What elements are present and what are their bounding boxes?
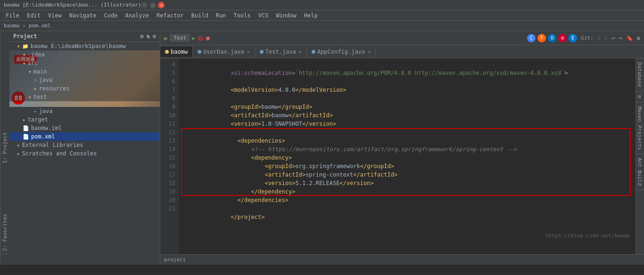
- git-label: Git:: [581, 35, 594, 41]
- tab-label-baomw: baomw: [171, 49, 188, 55]
- minimize-button[interactable]: ─: [141, 2, 148, 8]
- tab-label-test: Test.java: [265, 49, 296, 55]
- expand-icon-resources: ▸: [34, 86, 37, 92]
- status-bar: project: [160, 254, 644, 265]
- maven-projects-label[interactable]: Maven Projects: [636, 103, 644, 154]
- maven-m-label[interactable]: m: [636, 91, 644, 103]
- expand-icon: ▾: [17, 43, 20, 49]
- gear-icon[interactable]: ⚙: [153, 33, 156, 40]
- tab-userdao[interactable]: UserDao.java ✕: [193, 47, 255, 57]
- left-panel: 1: Project Project ⚙ ⇅ ⚙ ▾ 📁 baomw E:\id…: [0, 31, 160, 265]
- tree-label-baomw: baomw E:\ideaWorkSpace\baomw: [31, 43, 126, 49]
- project-header: Project ⚙ ⇅ ⚙: [9, 31, 160, 42]
- tree-label-target: target: [28, 116, 48, 123]
- iml-icon: 📄: [23, 125, 29, 131]
- settings-icon2[interactable]: ⚙: [637, 35, 640, 41]
- code-line-21: </project>: [183, 204, 640, 213]
- tree-item-baomw[interactable]: ▾ 📁 baomw E:\ideaWorkSpace\baomw: [9, 42, 160, 50]
- menu-vcs[interactable]: VCS: [255, 11, 272, 20]
- menu-file[interactable]: File: [2, 11, 23, 20]
- expand-icon-idea: ▾: [23, 52, 26, 58]
- tree-label-test: test: [33, 94, 47, 100]
- sort-icon[interactable]: ⇅: [147, 33, 150, 40]
- menu-analyze[interactable]: Analyze: [121, 11, 153, 20]
- git-check1[interactable]: ✓: [597, 35, 601, 41]
- code-line-4: xsi:schemaLocation=`http://maven.apache.…: [183, 60, 640, 69]
- toolbar-left: ▶ Test ▶ 🐞 ■: [164, 34, 209, 42]
- tab-close-userdao[interactable]: ✕: [247, 49, 250, 54]
- git-check2[interactable]: ✓: [604, 35, 608, 41]
- edge-icon[interactable]: E: [569, 34, 577, 42]
- undo-button[interactable]: ↩: [611, 35, 615, 41]
- tab-close-appconfig[interactable]: ✕: [368, 49, 371, 54]
- title-bar: baomw [E:\ideaWorkSpace\bao... (Illustra…: [0, 0, 644, 10]
- tree-item-src[interactable]: ▾ src: [9, 59, 160, 67]
- path-bar: baomw › pom.xml: [0, 21, 644, 31]
- maximize-button[interactable]: □: [149, 2, 156, 8]
- tree-item-test[interactable]: ▾ test: [9, 93, 160, 101]
- stop-icon[interactable]: ■: [206, 35, 209, 41]
- tab-dot-userdao: [198, 50, 201, 54]
- run-button[interactable]: ▶: [192, 35, 195, 41]
- editor-toolbar: ▶ Test ▶ 🐞 ■ C F O e E Git: ✓ ✓ ↩ ↪: [160, 31, 644, 45]
- menu-refactor[interactable]: Refactor: [153, 11, 188, 20]
- folder-icon: 📁: [22, 43, 29, 49]
- chrome-icon[interactable]: C: [527, 34, 536, 42]
- menu-navigate[interactable]: Navigate: [66, 11, 100, 20]
- toolbar-right: C F O e E Git: ✓ ✓ ↩ ↪ 🔖 ⚙: [527, 34, 640, 42]
- tab-baomw[interactable]: baomw: [160, 47, 193, 57]
- settings-icon[interactable]: ⚙: [140, 33, 143, 40]
- tree-item-scratches[interactable]: ▸ Scratches and Consoles: [9, 149, 160, 158]
- tree-item-resources[interactable]: ▸ resources: [9, 84, 160, 93]
- project-tree-content: Project ⚙ ⇅ ⚙ ▾ 📁 baomw E:\ideaWorkSpace…: [9, 31, 160, 265]
- expand-icon-src: ▾: [23, 60, 26, 66]
- tree-item-external-libraries[interactable]: ▸ External Libraries: [9, 141, 160, 149]
- project-header-label: Project: [13, 33, 37, 40]
- code-editor[interactable]: xsi:schemaLocation=`http://maven.apache.…: [179, 58, 644, 254]
- tab-test[interactable]: Test.java ✕: [255, 47, 307, 57]
- line-numbers: 4 5 6 7 8 9 10 11 12 13 14 15 16 17 18 1…: [160, 58, 179, 254]
- menu-build[interactable]: Build: [188, 11, 212, 20]
- menu-tools[interactable]: Tools: [230, 11, 255, 20]
- menu-view[interactable]: View: [44, 11, 66, 20]
- tree-item-java2[interactable]: ▸ java: [9, 107, 160, 115]
- tab-dot-baomw: [165, 50, 169, 54]
- tab-close-test[interactable]: ✕: [299, 49, 302, 54]
- menu-edit[interactable]: Edit: [23, 11, 44, 20]
- menu-code[interactable]: Code: [100, 11, 122, 20]
- tab-appconfig[interactable]: AppConfig.java ✕: [307, 47, 376, 57]
- window-controls: ─ □ ✕: [141, 2, 165, 8]
- right-vert-panels: Database m Maven Projects Ant Build: [636, 58, 644, 254]
- tree-item-iml[interactable]: 📄 baomw.iml: [9, 124, 160, 132]
- debug-icon[interactable]: 🐞: [197, 35, 204, 41]
- database-panel-label[interactable]: Database: [636, 58, 644, 91]
- menu-window[interactable]: Window: [272, 11, 300, 20]
- run-icon[interactable]: ▶: [164, 34, 168, 42]
- tab-dot-appconfig: [312, 50, 315, 54]
- status-text: project: [164, 257, 186, 263]
- tree-item-target[interactable]: ▸ target: [9, 115, 160, 124]
- menu-run[interactable]: Run: [212, 11, 230, 20]
- code-line-8: <groupId>baomw</groupId>: [183, 94, 640, 103]
- tree-item-pom[interactable]: 📄 pom.xml: [9, 132, 160, 141]
- tree-item-java[interactable]: ▾ java: [9, 76, 160, 84]
- tree-label-iml: baomw.iml: [31, 125, 62, 131]
- favorites-tab[interactable]: 2: Favorites: [0, 211, 9, 254]
- breadcrumb: baomw › pom.xml: [4, 23, 50, 29]
- code-line-6: <modelVersion>4.0.0</modelVersion>: [183, 77, 640, 86]
- firefox-icon[interactable]: F: [537, 34, 546, 42]
- tree-item-idea[interactable]: ▾ .idea: [9, 50, 160, 59]
- ant-build-label[interactable]: Ant Build: [636, 154, 644, 190]
- opera-icon[interactable]: O: [548, 34, 556, 42]
- test-dropdown[interactable]: Test: [170, 34, 190, 42]
- tab-label-userdao: UserDao.java: [203, 49, 244, 55]
- menu-help[interactable]: Help: [300, 11, 322, 20]
- tree-label-idea: .idea: [28, 51, 45, 58]
- expand-icon-java: ▾: [34, 77, 37, 83]
- tree-item-main[interactable]: ▾ main: [9, 67, 160, 76]
- bookmark-icon[interactable]: 🔖: [626, 35, 633, 41]
- ie-icon[interactable]: e: [558, 34, 567, 42]
- redo-button[interactable]: ↪: [619, 35, 622, 41]
- close-button[interactable]: ✕: [158, 2, 165, 8]
- expand-icon-java2: ▸: [34, 108, 37, 114]
